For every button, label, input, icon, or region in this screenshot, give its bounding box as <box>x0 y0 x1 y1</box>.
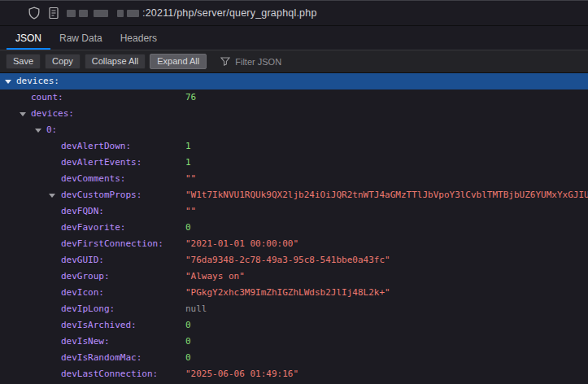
url-text[interactable]: :20211/php/server/query_graphql.php <box>142 7 317 19</box>
json-value: "2021-01-01 00:00:00" <box>185 236 588 252</box>
tree-row-devAlertEvents[interactable]: devAlertEvents: 1 <box>0 155 588 171</box>
json-key: count: <box>31 89 63 106</box>
json-value: 1 <box>185 155 588 171</box>
json-key: devComments: <box>61 171 125 187</box>
tab-raw-data[interactable]: Raw Data <box>50 26 111 50</box>
json-value: "2025-06-06 01:49:16" <box>185 366 588 382</box>
json-viewer-tabs: JSON Raw Data Headers <box>0 26 588 50</box>
browser-address-bar[interactable]: :20211/php/server/query_graphql.php <box>0 0 588 26</box>
redacted-host-block <box>67 10 76 17</box>
tree-row-devIsNew[interactable]: devIsNew: 0 <box>0 334 588 350</box>
json-key: devFQDN: <box>61 203 104 220</box>
json-key: devGUID: <box>61 252 104 268</box>
tree-row-devIsRandomMac[interactable]: devIsRandomMac: 0 <box>0 350 588 366</box>
tree-row-devGUID[interactable]: devGUID: "76da9348-2c78-49a3-95c8-541bbe… <box>0 252 588 268</box>
collapse-toggle-icon[interactable] <box>35 129 41 133</box>
tree-row-devFavorite[interactable]: devFavorite: 0 <box>0 220 588 236</box>
json-key: devFirstConnection: <box>61 236 163 252</box>
shield-icon[interactable] <box>28 7 41 20</box>
json-key: devFavorite: <box>61 220 125 236</box>
json-tree: devices: count: 76 devices: 0: devAlertD… <box>0 73 588 384</box>
expand-all-button[interactable]: Expand All <box>150 54 207 69</box>
tree-row-devices-array[interactable]: devices: <box>0 106 588 122</box>
json-value: "" <box>185 171 588 187</box>
tab-json[interactable]: JSON <box>7 26 50 50</box>
tree-row-devAlertDown[interactable]: devAlertDown: 1 <box>0 138 588 155</box>
json-value: "W1t7IkNVU1RQUk9QX2ljb24iOiJQR2tnWTJ4aGM… <box>185 187 588 203</box>
redacted-host-block <box>127 10 139 17</box>
redacted-host-block <box>117 10 124 17</box>
json-key: devices: <box>16 73 59 89</box>
json-value: "76da9348-2c78-49a3-95c8-541bbe0a43fc" <box>185 252 588 268</box>
tree-row-devIsArchived[interactable]: devIsArchived: 0 <box>0 317 588 334</box>
json-value: 0 <box>185 350 588 366</box>
json-key: devIsRandomMac: <box>61 350 142 366</box>
tree-row-devLastConnection[interactable]: devLastConnection: "2025-06-06 01:49:16" <box>0 366 588 382</box>
filter-placeholder: Filter JSON <box>235 57 281 67</box>
json-key: devCustomProps: <box>61 187 142 203</box>
collapse-toggle-icon[interactable] <box>5 80 11 84</box>
redacted-host-block <box>94 10 108 17</box>
collapse-all-button[interactable]: Collapse All <box>85 54 146 69</box>
json-value: "PGkgY2xhc3M9ImZhIGZhLWdsb2JlIj48L2k+" <box>185 285 588 301</box>
json-toolbar: Save Copy Collapse All Expand All Filter… <box>0 50 588 73</box>
tree-row-devIcon[interactable]: devIcon: "PGkgY2xhc3M9ImZhIGZhLWdsb2JlIj… <box>0 285 588 301</box>
json-key: devIcon: <box>61 285 104 301</box>
tree-row-devices-root[interactable]: devices: <box>0 73 588 89</box>
json-key: devIsNew: <box>61 334 110 350</box>
tree-row-devComments[interactable]: devComments: "" <box>0 171 588 187</box>
json-value: 0 <box>185 317 588 334</box>
json-key: devGroup: <box>61 268 110 285</box>
json-value: 76 <box>185 89 588 106</box>
tree-row-index-0[interactable]: 0: <box>0 122 588 138</box>
json-value: 0 <box>185 220 588 236</box>
filter-funnel-icon <box>220 55 230 69</box>
json-key: devIpLong: <box>61 301 115 317</box>
redacted-host-block <box>79 10 88 17</box>
json-key: devices: <box>31 106 74 122</box>
tree-row-devCustomProps[interactable]: devCustomProps: "W1t7IkNVU1RQUk9QX2ljb24… <box>0 187 588 203</box>
tab-headers[interactable]: Headers <box>111 26 166 50</box>
page-info-icon[interactable] <box>48 7 59 20</box>
json-value: null <box>185 301 588 317</box>
json-key: 0: <box>46 122 57 138</box>
filter-json-input[interactable]: Filter JSON <box>220 55 281 69</box>
json-value: "" <box>185 203 588 220</box>
json-key: devIsArchived: <box>61 317 137 334</box>
json-key: devAlertDown: <box>61 138 131 155</box>
json-key: devAlertEvents: <box>61 155 142 171</box>
collapse-toggle-icon[interactable] <box>49 194 55 198</box>
json-value: "Always on" <box>185 268 588 285</box>
tree-row-count[interactable]: count: 76 <box>0 89 588 106</box>
copy-button[interactable]: Copy <box>45 54 81 69</box>
json-value: 0 <box>185 334 588 350</box>
browser-window: :20211/php/server/query_graphql.php JSON… <box>0 0 588 384</box>
json-value: 1 <box>185 138 588 155</box>
json-key: devLastConnection: <box>61 366 158 382</box>
save-button[interactable]: Save <box>6 54 41 69</box>
collapse-toggle-icon[interactable] <box>20 112 26 116</box>
tree-row-devGroup[interactable]: devGroup: "Always on" <box>0 268 588 285</box>
tree-row-devIpLong[interactable]: devIpLong: null <box>0 301 588 317</box>
tree-row-devFirstConnection[interactable]: devFirstConnection: "2021-01-01 00:00:00… <box>0 236 588 252</box>
tree-row-devFQDN[interactable]: devFQDN: "" <box>0 203 588 220</box>
